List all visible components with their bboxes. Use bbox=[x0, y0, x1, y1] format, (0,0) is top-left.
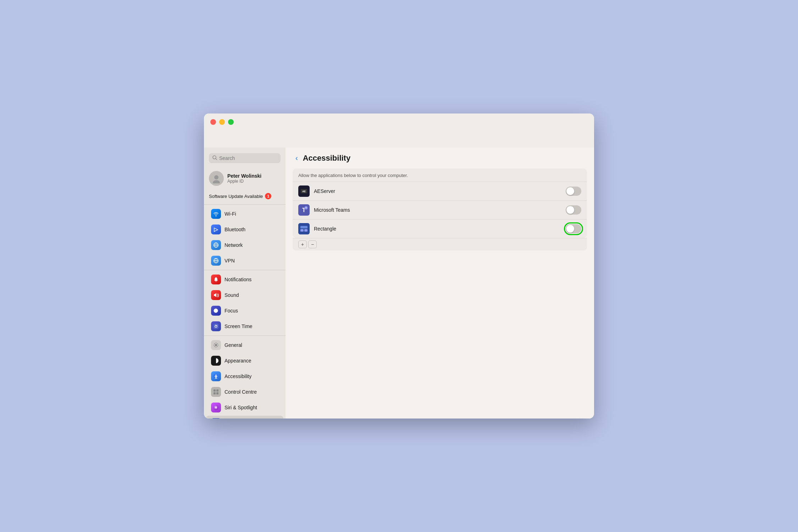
remove-app-button[interactable]: − bbox=[308, 240, 317, 248]
app-row-rectangle: Rectangle bbox=[293, 220, 587, 238]
app-row-aeserver: AE AEServer bbox=[293, 182, 587, 201]
sidebar-item-label: VPN bbox=[225, 258, 235, 264]
sidebar-divider-2 bbox=[204, 270, 286, 270]
minimize-button[interactable] bbox=[219, 119, 225, 125]
main-title: Accessibility bbox=[303, 154, 351, 163]
system-preferences-window: Peter Wolinski Apple ID Software Update … bbox=[204, 113, 594, 419]
search-input[interactable] bbox=[219, 155, 277, 161]
user-info: Peter Wolinski Apple ID bbox=[227, 173, 261, 184]
sidebar-item-label: Wi-Fi bbox=[225, 211, 236, 217]
sidebar-divider-3 bbox=[204, 336, 286, 336]
sidebar-item-general[interactable]: General bbox=[206, 338, 283, 353]
sidebar-item-label: Siri & Spotlight bbox=[225, 405, 257, 410]
main-header: ‹ Accessibility bbox=[286, 148, 594, 168]
sidebar-item-label: Notifications bbox=[225, 277, 251, 282]
sidebar-item-screentime[interactable]: ⏱ Screen Time bbox=[206, 319, 283, 334]
app-icon-teams: T T bbox=[298, 204, 310, 216]
app-icon-rectangle bbox=[298, 223, 310, 234]
siri-icon bbox=[211, 403, 221, 412]
privacy-icon: ✋ bbox=[211, 418, 221, 419]
sidebar-divider-1 bbox=[204, 204, 286, 205]
software-update-item[interactable]: Software Update Available 1 bbox=[204, 191, 286, 203]
user-subtitle: Apple ID bbox=[227, 179, 261, 184]
app-name-teams: Microsoft Teams bbox=[314, 207, 561, 213]
update-badge: 1 bbox=[265, 193, 271, 199]
vpn-icon bbox=[211, 256, 221, 266]
svg-text:AE: AE bbox=[302, 190, 306, 193]
svg-text:⏱: ⏱ bbox=[214, 325, 218, 328]
toggle-teams[interactable] bbox=[566, 205, 581, 215]
accessibility-icon bbox=[211, 371, 221, 381]
sidebar-item-label: Screen Time bbox=[225, 323, 253, 329]
sidebar-item-controlcentre[interactable]: Control Centre bbox=[206, 384, 283, 399]
traffic-lights bbox=[210, 119, 234, 125]
search-box[interactable] bbox=[209, 153, 281, 163]
sidebar-item-focus[interactable]: Focus bbox=[206, 303, 283, 318]
app-icon-aeserver: AE bbox=[298, 185, 310, 197]
sound-icon bbox=[211, 290, 221, 300]
appearance-icon bbox=[211, 356, 221, 366]
app-name-aeserver: AEServer bbox=[314, 188, 561, 194]
sidebar-item-label: Bluetooth bbox=[225, 227, 245, 232]
svg-rect-24 bbox=[216, 392, 218, 394]
svg-text:T: T bbox=[305, 206, 307, 210]
avatar bbox=[209, 171, 224, 186]
svg-point-2 bbox=[214, 175, 218, 179]
titlebar bbox=[204, 113, 594, 131]
sidebar-item-label: Control Centre bbox=[225, 389, 257, 395]
network-icon bbox=[211, 240, 221, 250]
sidebar-item-sound[interactable]: Sound bbox=[206, 288, 283, 303]
sidebar-item-notifications[interactable]: Notifications bbox=[206, 272, 283, 287]
app-list: AE AEServer T T bbox=[293, 182, 587, 238]
sidebar-item-label: Sound bbox=[225, 292, 239, 298]
close-button[interactable] bbox=[210, 119, 216, 125]
main-body: Allow the applications below to control … bbox=[286, 168, 594, 419]
sidebar: Peter Wolinski Apple ID Software Update … bbox=[204, 148, 286, 419]
notifications-icon bbox=[211, 275, 221, 284]
sidebar-item-label: Network bbox=[225, 242, 243, 248]
toggle-aeserver[interactable] bbox=[566, 187, 581, 196]
sidebar-item-vpn[interactable]: VPN bbox=[206, 253, 283, 268]
svg-rect-38 bbox=[300, 226, 307, 228]
screentime-icon: ⏱ bbox=[211, 321, 221, 331]
app-name-rectangle: Rectangle bbox=[314, 226, 561, 232]
svg-rect-40 bbox=[304, 229, 307, 232]
add-app-button[interactable]: + bbox=[298, 240, 307, 248]
sidebar-item-label: Accessibility bbox=[225, 373, 251, 379]
toggle-rectangle[interactable] bbox=[566, 224, 581, 233]
window-body: Peter Wolinski Apple ID Software Update … bbox=[204, 148, 594, 419]
sidebar-item-accessibility[interactable]: Accessibility bbox=[206, 369, 283, 384]
focus-icon bbox=[211, 306, 221, 316]
svg-point-13 bbox=[215, 344, 217, 346]
search-icon bbox=[212, 155, 217, 161]
svg-point-26 bbox=[215, 406, 217, 409]
sidebar-item-label: Appearance bbox=[225, 358, 251, 364]
main-content: ‹ Accessibility Allow the applications b… bbox=[286, 148, 594, 419]
bluetooth-icon: ▷ bbox=[211, 225, 221, 234]
svg-marker-10 bbox=[214, 293, 216, 297]
sidebar-item-network[interactable]: Network bbox=[206, 238, 283, 253]
svg-rect-23 bbox=[214, 392, 216, 394]
update-label: Software Update Available bbox=[209, 194, 263, 199]
svg-point-16 bbox=[216, 375, 217, 376]
description-text: Allow the applications below to control … bbox=[293, 168, 587, 182]
sidebar-item-siri[interactable]: Siri & Spotlight bbox=[206, 400, 283, 415]
user-profile[interactable]: Peter Wolinski Apple ID bbox=[204, 168, 286, 191]
wifi-icon bbox=[211, 209, 221, 219]
back-button[interactable]: ‹ bbox=[294, 153, 299, 163]
sidebar-item-bluetooth[interactable]: ▷ Bluetooth bbox=[206, 222, 283, 237]
sidebar-item-wifi[interactable]: Wi-Fi bbox=[206, 206, 283, 221]
svg-rect-22 bbox=[216, 389, 218, 392]
general-icon bbox=[211, 340, 221, 350]
sidebar-item-appearance[interactable]: Appearance bbox=[206, 353, 283, 368]
svg-rect-21 bbox=[214, 389, 216, 392]
controlcentre-icon bbox=[211, 387, 221, 397]
app-row-teams: T T Microsoft Teams bbox=[293, 201, 587, 220]
svg-rect-39 bbox=[300, 229, 304, 232]
svg-line-1 bbox=[216, 159, 217, 160]
action-bar: + − bbox=[293, 238, 587, 250]
sidebar-item-label: Focus bbox=[225, 308, 238, 314]
sidebar-item-privacy[interactable]: ✋ Privacy & Security bbox=[206, 416, 283, 419]
maximize-button[interactable] bbox=[228, 119, 234, 125]
svg-rect-37 bbox=[298, 223, 310, 234]
